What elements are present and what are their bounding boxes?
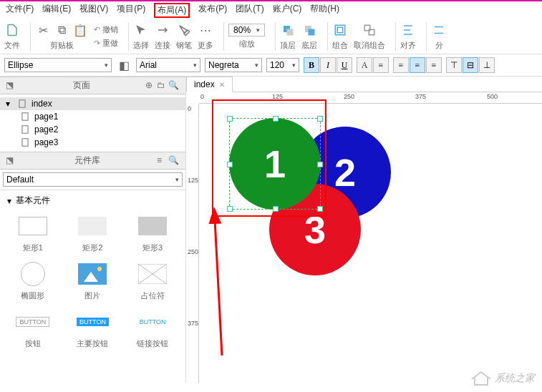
menu-publish[interactable]: 发布(P) [198, 3, 227, 18]
svg-rect-16 [22, 139, 28, 147]
canvas-area: index✕ 0 125 250 375 500 0 125 250 375 2… [186, 77, 542, 383]
pen-icon[interactable] [176, 22, 192, 38]
tree-page3[interactable]: page3 [0, 136, 185, 149]
main-toolbar: 文件 ✂ ⧉ 📋 剪贴板 ↶ 撤销 ↷ 重做 选择 连接 钢笔 ⋯ 更多 80%… [0, 19, 542, 54]
lib-rect1[interactable]: 矩形1 [4, 211, 62, 256]
undo-btn[interactable]: ↶ 撤销 [94, 24, 118, 35]
tab-bar: index✕ [186, 77, 542, 92]
cut-icon[interactable]: ✂ [35, 22, 51, 38]
valign-mid-btn[interactable]: ⊟ [463, 57, 478, 73]
menu-view[interactable]: 视图(V) [79, 3, 108, 18]
menu-help[interactable]: 帮助(H) [310, 3, 339, 18]
svg-rect-15 [22, 126, 28, 134]
align-right-btn[interactable]: ≡ [426, 57, 442, 73]
connect-icon[interactable] [155, 22, 170, 38]
lib-category[interactable]: ▾基本元件 [0, 190, 185, 211]
lib-image[interactable]: 图片 [64, 259, 122, 304]
align-center-btn[interactable]: ≡ [410, 57, 425, 73]
zoom-label: 缩放 [239, 39, 255, 49]
fill-icon[interactable]: ◧ [116, 57, 132, 73]
redo-btn[interactable]: ↷ 重做 [94, 38, 118, 49]
svg-rect-4 [335, 25, 345, 35]
align-icon[interactable] [400, 22, 416, 38]
valign-top-btn[interactable]: ⊤ [446, 57, 462, 73]
lib-button-main[interactable]: BUTTON主要按钮 [64, 307, 122, 352]
pages-header: ⬔ 页面 ⊕ 🗀 🔍 [0, 77, 185, 94]
lib-header: ⬔ 元件库 ≡ 🔍 [0, 152, 185, 170]
distribute-label: 分 [435, 40, 443, 51]
lib-placeholder[interactable]: 占位符 [124, 259, 181, 304]
lib-rect2[interactable]: 矩形2 [64, 211, 122, 256]
lib-ellipse[interactable]: 椭圆形 [4, 259, 62, 304]
add-folder-icon[interactable]: 🗀 [157, 80, 168, 92]
menu-team[interactable]: 团队(T) [236, 3, 263, 18]
lib-menu-icon[interactable]: ≡ [157, 155, 168, 167]
menu-project[interactable]: 项目(P) [117, 3, 145, 18]
pin-icon[interactable]: ⬔ [6, 80, 17, 92]
tree-root[interactable]: ▾index [0, 97, 185, 110]
tab-index[interactable]: index✕ [186, 77, 233, 92]
file-label: 文件 [4, 40, 20, 51]
canvas[interactable]: 2 3 1 [199, 104, 542, 383]
ungroup-label: 取消组合 [354, 40, 385, 51]
svg-rect-3 [309, 29, 315, 36]
svg-rect-5 [337, 27, 343, 33]
format-bar: Ellipse▾ ◧ Arial▾ Negreta▾ 120▾ B I U A … [0, 54, 542, 77]
valign-bot-btn[interactable]: ⊥ [479, 57, 495, 73]
group-label: 组合 [332, 40, 348, 51]
menu-account[interactable]: 账户(C) [273, 3, 302, 18]
size-combo[interactable]: 120▾ [266, 58, 299, 72]
italic-btn[interactable]: I [320, 57, 336, 73]
lib-button-link[interactable]: BUTTON链接按钮 [124, 307, 181, 352]
text-color-btn[interactable]: A [357, 57, 372, 73]
annotation-box [212, 99, 326, 217]
lib-grid: 矩形1 矩形2 矩形3 椭圆形 图片 占位符 BUTTON按钮 BUTTON主要… [0, 211, 185, 356]
page-tree: ▾index page1 page2 page3 [0, 94, 185, 152]
zoom-combo[interactable]: 80%▾ [228, 24, 265, 36]
underline-btn[interactable]: U [337, 57, 352, 73]
svg-rect-14 [22, 113, 28, 121]
lib-search-icon[interactable]: 🔍 [168, 155, 180, 167]
shape-combo[interactable]: Ellipse▾ [4, 58, 112, 72]
svg-rect-13 [19, 100, 25, 108]
pin2-icon[interactable]: ⬔ [6, 155, 17, 167]
select-icon[interactable] [133, 22, 149, 38]
menubar: 文件(F) 编辑(E) 视图(V) 项目(P) 布局(A) 发布(P) 团队(T… [0, 1, 542, 19]
paste-icon[interactable]: 📋 [72, 22, 88, 38]
add-page-icon[interactable]: ⊕ [145, 80, 157, 92]
tree-page2[interactable]: page2 [0, 123, 185, 136]
svg-point-19 [97, 267, 102, 271]
svg-rect-1 [287, 29, 294, 36]
more-label: 更多 [198, 40, 213, 51]
bold-btn[interactable]: B [304, 57, 319, 73]
close-icon[interactable]: ✕ [219, 81, 225, 89]
weight-combo[interactable]: Negreta▾ [205, 58, 262, 72]
lib-button[interactable]: BUTTON按钮 [4, 307, 62, 352]
lib-rect3[interactable]: 矩形3 [124, 211, 181, 256]
tree-page1[interactable]: page1 [0, 110, 185, 123]
ruler-vertical: 0 125 250 375 [186, 104, 199, 383]
connect-label: 连接 [155, 40, 170, 51]
top-label: 顶层 [280, 40, 296, 51]
menu-edit[interactable]: 编辑(E) [42, 3, 71, 18]
search-icon[interactable]: 🔍 [168, 80, 180, 92]
list-btn[interactable]: ≡ [373, 57, 389, 73]
lib-default-combo[interactable]: Default▾ [3, 172, 183, 187]
top-icon[interactable] [280, 22, 296, 38]
clipboard-label: 剪贴板 [50, 40, 74, 51]
group-icon[interactable] [332, 22, 348, 38]
font-combo[interactable]: Arial▾ [136, 58, 200, 72]
pen-label: 钢笔 [176, 40, 192, 51]
file-icon[interactable] [4, 22, 20, 38]
distribute-icon[interactable] [431, 22, 447, 38]
align-left-btn[interactable]: ≡ [393, 57, 409, 73]
select-label: 选择 [133, 40, 149, 51]
copy-icon[interactable]: ⧉ [54, 22, 69, 38]
left-panel: ⬔ 页面 ⊕ 🗀 🔍 ▾index page1 page2 page3 ⬔ 元件… [0, 77, 186, 383]
bottom-icon[interactable] [301, 22, 317, 38]
watermark: 系统之家 [470, 371, 535, 386]
ungroup-icon[interactable] [362, 22, 377, 38]
menu-file[interactable]: 文件(F) [6, 3, 34, 18]
menu-layout[interactable]: 布局(A) [154, 3, 190, 18]
more-icon[interactable]: ⋯ [198, 22, 213, 38]
